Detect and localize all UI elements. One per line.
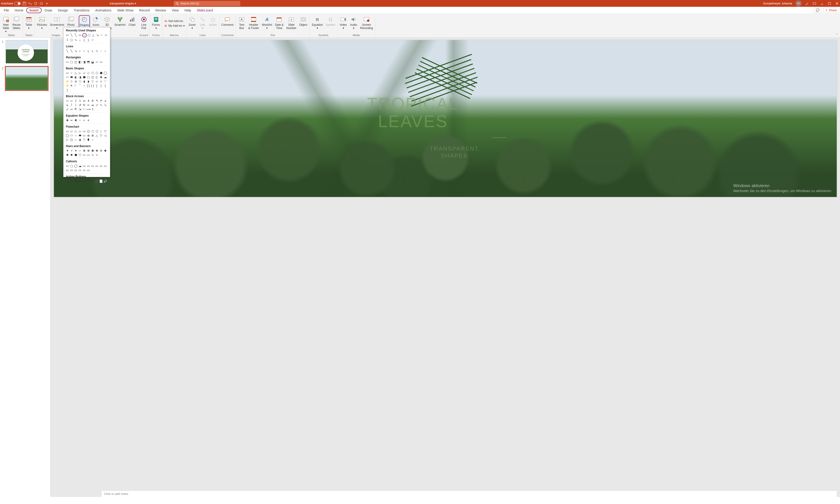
close-icon[interactable]: [835, 2, 839, 5]
new-slide-button[interactable]: New Slide▾: [1, 15, 10, 33]
shape-roundrect[interactable]: ▢: [87, 33, 91, 37]
object-button[interactable]: Object: [298, 15, 308, 27]
group-links: Zoom▾ Link▾ Action Links: [186, 14, 219, 37]
tab-file[interactable]: File: [1, 7, 12, 14]
smartart-button[interactable]: SmartArt: [114, 15, 126, 27]
icons-button[interactable]: Icons: [91, 15, 100, 27]
save-icon[interactable]: [22, 2, 26, 5]
svg-rect-33: [155, 19, 158, 20]
shape-oval[interactable]: ○: [82, 33, 87, 37]
tab-draw[interactable]: Draw: [42, 7, 55, 14]
tab-review[interactable]: Review: [153, 7, 169, 14]
pencil-icon[interactable]: [805, 2, 809, 5]
icons-icon: [92, 16, 99, 23]
table-icon: [25, 16, 32, 23]
document-title[interactable]: transparent-shapes ▾: [110, 2, 136, 5]
svg-rect-26: [130, 20, 131, 21]
tab-insert[interactable]: Insert: [26, 7, 42, 13]
share-icon: ⇪: [825, 8, 828, 12]
minimize-icon[interactable]: [820, 2, 824, 5]
store-icon: 🛍: [164, 19, 168, 23]
date-time-button[interactable]: Date & Time: [274, 15, 284, 30]
tab-slidelizard[interactable]: SlideLizard: [194, 7, 216, 14]
shape-textbox[interactable]: ▭: [65, 33, 69, 37]
svg-point-14: [40, 18, 41, 19]
symbol-icon: Ω: [327, 16, 334, 23]
shape-line[interactable]: ╲: [70, 33, 73, 37]
zoom-button[interactable]: Zoom▾: [188, 15, 197, 30]
svg-rect-6: [828, 2, 830, 5]
object-icon: [300, 16, 307, 23]
shape-arrow-r[interactable]: ⇨: [104, 33, 108, 37]
slide-number-button[interactable]: #Slide Number: [286, 15, 297, 30]
header-footer-button[interactable]: Header & Footer: [247, 15, 260, 30]
zoom-icon: [189, 16, 196, 23]
title-bar: AutoSave ▾ transparent-shapes ▾ Search (…: [0, 0, 840, 7]
share-button[interactable]: ⇪Share: [823, 8, 839, 13]
shape-rect[interactable]: ▭: [78, 33, 82, 37]
reuse-slides-button[interactable]: Reuse Slides: [12, 15, 21, 30]
svg-rect-12: [26, 17, 31, 18]
shape-triangle[interactable]: △: [91, 33, 95, 37]
my-addins-button[interactable]: ⊞My Add-ins▾: [164, 24, 185, 28]
comment-button[interactable]: Comment: [221, 15, 234, 27]
audio-button[interactable]: Audio▾: [349, 15, 358, 30]
collapse-ribbon-icon[interactable]: ⌃: [836, 33, 838, 37]
tab-design[interactable]: Design: [55, 7, 71, 14]
live-poll-button[interactable]: Live Poll: [139, 15, 148, 30]
undo-icon[interactable]: [28, 2, 32, 5]
tab-help[interactable]: Help: [182, 7, 194, 14]
chart-button[interactable]: Chart: [128, 15, 137, 27]
group-symbols: πEquation▾ ΩSymbol Symbols: [310, 14, 337, 37]
link-icon: [199, 16, 206, 23]
recent-shapes-grid: ▭ ╲ ╲ ▭ ○ ▢ △ ↘ ⌐ ⇨ ⇩ ⬡ ∿ ⬨ { } ☆: [64, 33, 110, 38]
video-button[interactable]: Video▾: [339, 15, 348, 30]
customize-qat-icon[interactable]: ▾: [45, 2, 49, 5]
search-box[interactable]: Search (Alt+Q): [174, 1, 240, 6]
shape-line2[interactable]: ╲: [74, 33, 77, 37]
maximize-icon[interactable]: [827, 2, 832, 5]
autosave-toggle[interactable]: AutoSave: [1, 2, 21, 5]
symbol-button: ΩSymbol: [325, 15, 336, 27]
tab-transitions[interactable]: Transitions: [71, 7, 92, 14]
reuse-slides-icon: [13, 16, 20, 23]
ribbon-display-icon[interactable]: [812, 2, 817, 5]
user-avatar[interactable]: GJ: [795, 0, 802, 6]
svg-text:A: A: [265, 17, 268, 22]
svg-rect-21: [82, 18, 85, 20]
svg-text:A: A: [241, 18, 243, 21]
ribbon-tabs: File Home Insert Draw Design Transitions…: [0, 7, 840, 14]
svg-rect-18: [69, 17, 74, 20]
toggle-off-icon[interactable]: [14, 2, 21, 5]
tab-record[interactable]: Record: [136, 7, 153, 14]
start-from-beginning-icon[interactable]: [39, 2, 43, 5]
equation-button[interactable]: πEquation▾: [311, 15, 323, 30]
redo-icon[interactable]: [34, 2, 37, 5]
screenshot-button[interactable]: Screenshot▾: [49, 15, 65, 30]
tab-home[interactable]: Home: [12, 7, 26, 14]
svg-rect-5: [813, 3, 816, 4]
group-media: Video▾ Audio▾ Screen Recording Media: [337, 14, 375, 37]
get-addins-button[interactable]: 🛍Get Add-ins: [164, 19, 185, 23]
comment-icon: 💬: [816, 8, 820, 12]
pictures-button[interactable]: Pictures▾: [36, 15, 48, 30]
shape-elbow[interactable]: ⌐: [100, 33, 104, 37]
svg-rect-28: [133, 17, 134, 21]
action-button: Action: [208, 15, 217, 27]
shape-arrow-line[interactable]: ↘: [95, 33, 99, 37]
screen-recording-button[interactable]: Screen Recording: [360, 15, 374, 30]
user-name[interactable]: Gumpelmeyer Johanna: [763, 2, 792, 5]
screen-recording-icon: [363, 16, 370, 23]
shapes-dropdown[interactable]: Recently Used Shapes ▭ ╲ ╲ ▭ ○ ▢ △ ↘ ⌐ ⇨…: [63, 27, 110, 38]
tab-view[interactable]: View: [169, 7, 182, 14]
svg-rect-27: [132, 18, 133, 21]
tab-slide-show[interactable]: Slide Show: [115, 7, 136, 14]
comments-button[interactable]: 💬: [814, 8, 822, 13]
svg-point-30: [143, 18, 145, 20]
section-recent: Recently Used Shapes: [64, 28, 110, 33]
text-box-button[interactable]: AText Box: [237, 15, 246, 30]
forms-button[interactable]: Forms▾: [152, 15, 161, 30]
tab-animations[interactable]: Animations: [92, 7, 114, 14]
table-button[interactable]: Table▾: [24, 15, 33, 30]
wordart-button[interactable]: AWordArt▾: [261, 15, 273, 30]
